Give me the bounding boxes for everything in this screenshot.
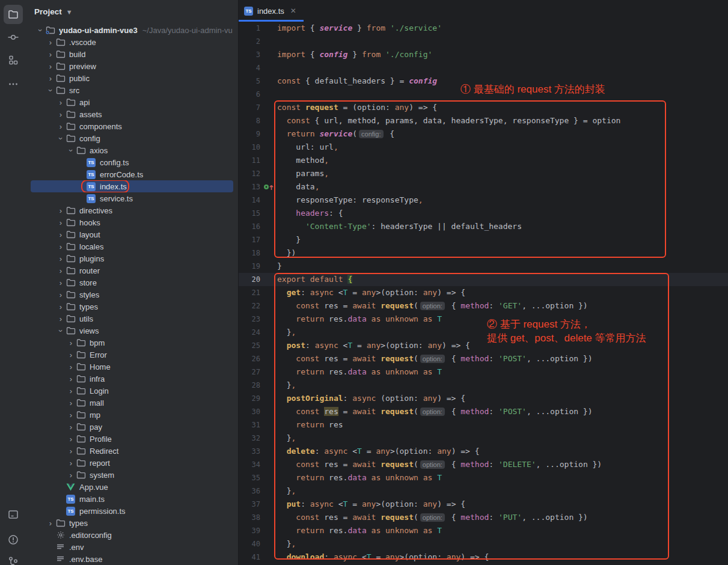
- chevron-icon[interactable]: ›: [66, 435, 76, 444]
- chevron-icon[interactable]: ›: [46, 519, 55, 528]
- tree-item-profile[interactable]: ›Profile: [31, 433, 233, 445]
- tree-item-service-ts[interactable]: TSservice.ts: [31, 192, 233, 204]
- tree-item--vscode[interactable]: ›.vscode: [31, 36, 233, 48]
- chevron-icon[interactable]: ›: [56, 314, 66, 323]
- chevron-icon[interactable]: ›: [46, 85, 55, 95]
- chevron-icon[interactable]: ›: [57, 326, 66, 335]
- chevron-icon[interactable]: ›: [66, 338, 76, 347]
- chevron-icon[interactable]: ›: [56, 122, 66, 131]
- tab-close-icon[interactable]: ✕: [290, 7, 296, 15]
- chevron-icon[interactable]: ›: [66, 399, 76, 408]
- tree-item-mp[interactable]: ›mp: [31, 409, 233, 421]
- chevron-icon[interactable]: ›: [56, 290, 66, 299]
- chevron-icon[interactable]: ›: [56, 206, 66, 215]
- tree-item-yudao-ui-admin-vue3[interactable]: ›yudao-ui-admin-vue3~/Java/yudao-ui-admi…: [31, 24, 233, 36]
- tree-item-types[interactable]: ›types: [31, 301, 233, 313]
- tree-item-build[interactable]: ›build: [31, 48, 233, 60]
- tree-item-api[interactable]: ›api: [31, 96, 233, 108]
- tree-item-styles[interactable]: ›styles: [31, 289, 233, 301]
- folder-icon: [76, 145, 86, 155]
- chevron-icon[interactable]: ›: [56, 278, 66, 287]
- tab-label: index.ts: [257, 7, 284, 16]
- tree-item-locales[interactable]: ›locales: [31, 240, 233, 252]
- annotation-note-2-line2: 提供 get、post、delete 等常用方法: [487, 331, 646, 345]
- tree-item-hooks[interactable]: ›hooks: [31, 216, 233, 228]
- chevron-icon[interactable]: ›: [56, 218, 66, 227]
- chevron-icon[interactable]: ›: [56, 242, 66, 251]
- tree-item-preview[interactable]: ›preview: [31, 60, 233, 72]
- terminal-icon[interactable]: [4, 505, 23, 524]
- tree-item-login[interactable]: ›Login: [31, 385, 233, 397]
- chevron-icon[interactable]: ›: [66, 447, 76, 456]
- tree-item-redirect[interactable]: ›Redirect: [31, 445, 233, 457]
- chevron-icon[interactable]: ›: [36, 25, 45, 35]
- version-control-icon[interactable]: [4, 552, 23, 565]
- tree-item-public[interactable]: ›public: [31, 72, 233, 84]
- tree-item-config-ts[interactable]: TSconfig.ts: [31, 156, 233, 168]
- chevron-icon[interactable]: ›: [66, 350, 76, 359]
- chevron-icon[interactable]: ›: [46, 74, 55, 83]
- chevron-icon[interactable]: ›: [66, 362, 76, 371]
- structure-icon[interactable]: [4, 50, 23, 70]
- code-area[interactable]: import { service } from './service'impor…: [277, 22, 620, 564]
- tree-item-bpm[interactable]: ›bpm: [31, 337, 233, 349]
- tab-index-ts[interactable]: TS index.ts ✕: [239, 0, 304, 22]
- problems-icon[interactable]: [4, 530, 23, 549]
- chevron-icon[interactable]: ›: [56, 230, 66, 239]
- chevron-icon[interactable]: ›: [66, 471, 76, 480]
- chevron-icon[interactable]: ›: [46, 38, 55, 47]
- chevron-icon[interactable]: ›: [66, 386, 76, 396]
- tree-item-directives[interactable]: ›directives: [31, 204, 233, 216]
- tree-item-pay[interactable]: ›pay: [31, 421, 233, 433]
- tree-item-layout[interactable]: ›layout: [31, 228, 233, 240]
- tree-item-src[interactable]: ›src: [31, 84, 233, 96]
- chevron-icon[interactable]: ›: [56, 254, 66, 263]
- tree-item--env-base[interactable]: .env.base: [31, 553, 233, 565]
- tree-item-system[interactable]: ›system: [31, 469, 233, 481]
- tree-item--env[interactable]: .env: [31, 541, 233, 553]
- chevron-icon[interactable]: ›: [46, 62, 55, 71]
- gutter-commit-marker-icon[interactable]: [263, 183, 275, 191]
- chevron-icon[interactable]: ›: [66, 411, 76, 420]
- folder-icon: [66, 242, 76, 251]
- tree-item-assets[interactable]: ›assets: [31, 108, 233, 120]
- tree-item-errorcode-ts[interactable]: TSerrorCode.ts: [31, 168, 233, 180]
- tree-item-plugins[interactable]: ›plugins: [31, 252, 233, 264]
- tree-item-app-vue[interactable]: App.vue: [31, 481, 233, 493]
- tree-item-index-ts[interactable]: TSindex.ts: [31, 180, 233, 192]
- tree-item-infra[interactable]: ›infra: [31, 373, 233, 385]
- code-line-8: const { url, method, params, data, heade…: [277, 114, 620, 127]
- chevron-icon[interactable]: ›: [56, 302, 66, 311]
- tree-item-router[interactable]: ›router: [31, 264, 233, 276]
- chevron-icon[interactable]: ›: [67, 145, 76, 155]
- chevron-icon[interactable]: ›: [57, 133, 66, 143]
- editor: TS index.ts ✕ 12345678910111213141516171…: [239, 0, 728, 565]
- chevron-icon[interactable]: ›: [56, 98, 66, 107]
- chevron-icon[interactable]: ›: [66, 374, 76, 383]
- tree-item-config[interactable]: ›config: [31, 132, 233, 144]
- tree-item-report[interactable]: ›report: [31, 457, 233, 469]
- tree-item-home[interactable]: ›Home: [31, 361, 233, 373]
- gutter-line-numbers[interactable]: 1234567891011121314151617181920212223242…: [239, 22, 260, 564]
- more-tool-windows-icon[interactable]: [4, 75, 23, 94]
- chevron-icon[interactable]: ›: [56, 110, 66, 119]
- tree-item-views[interactable]: ›views: [31, 325, 233, 337]
- chevron-icon[interactable]: ›: [66, 423, 76, 432]
- tree-annotation-ring: TSindex.ts: [86, 182, 127, 191]
- project-folder-icon[interactable]: [4, 5, 23, 24]
- commit-icon[interactable]: [4, 28, 23, 47]
- tree-item-types[interactable]: ›types: [31, 517, 233, 529]
- tree-item-store[interactable]: ›store: [31, 276, 233, 289]
- tree-item-mall[interactable]: ›mall: [31, 397, 233, 409]
- chevron-icon[interactable]: ›: [66, 459, 76, 468]
- tree-item-main-ts[interactable]: TSmain.ts: [31, 493, 233, 505]
- chevron-icon[interactable]: ›: [46, 50, 55, 59]
- tree-item-components[interactable]: ›components: [31, 120, 233, 132]
- tree-item-error[interactable]: ›Error: [31, 349, 233, 361]
- tree-item-permission-ts[interactable]: TSpermission.ts: [31, 505, 233, 517]
- tree-item--editorconfig[interactable]: .editorconfig: [31, 529, 233, 541]
- chevron-icon[interactable]: ›: [56, 266, 66, 275]
- tree-item-axios[interactable]: ›axios: [31, 144, 233, 156]
- tree-item-utils[interactable]: ›utils: [31, 313, 233, 325]
- project-panel-header[interactable]: Project ▼: [26, 0, 238, 23]
